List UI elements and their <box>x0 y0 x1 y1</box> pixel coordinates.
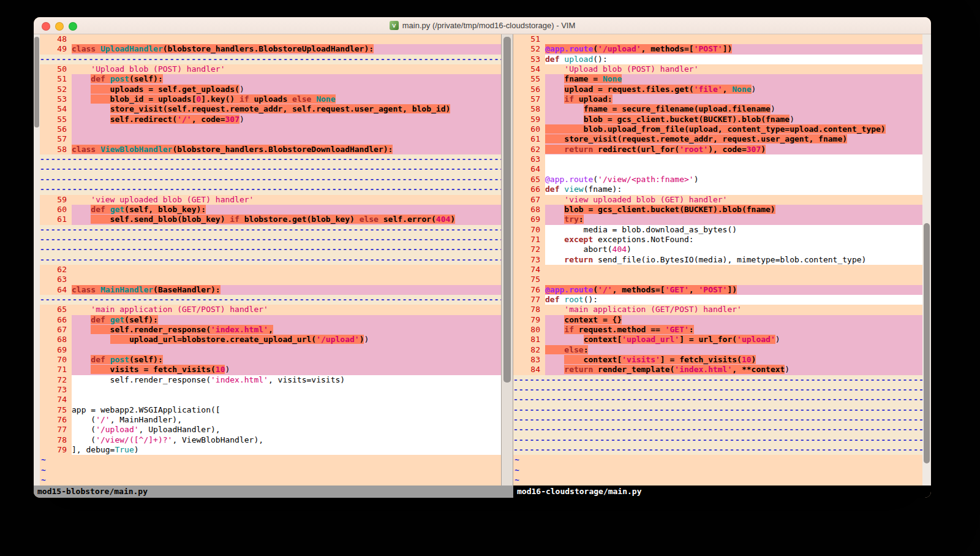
line-number: 75 <box>40 405 72 415</box>
code-line: 67 self.render_response('index.html', <box>40 325 501 335</box>
line-number: 62 <box>513 145 545 154</box>
diff-filler-line: ----------------------------------------… <box>40 255 501 265</box>
line-number: 74 <box>40 395 72 405</box>
code-line: 80 if request.method == 'GET': <box>513 325 922 335</box>
line-number: 71 <box>40 365 72 375</box>
diff-filler-line: ----------------------------------------… <box>40 225 501 235</box>
code-line: 53 blob_id = uploads[0].key() if uploads… <box>40 94 501 104</box>
diff-filler-line: ----------------------------------------… <box>40 175 501 185</box>
line-number: 56 <box>513 85 545 94</box>
code-line: 68 blob = gcs_client.bucket(BUCKET).blob… <box>513 205 922 215</box>
code-line: 62 <box>40 265 501 275</box>
code-line: 54 store_visit(self.request.remote_addr,… <box>40 104 501 114</box>
line-number: 59 <box>40 195 72 205</box>
line-number: 76 <box>513 285 545 295</box>
diff-filler-line: ----------------------------------------… <box>513 385 922 395</box>
statusline-inactive[interactable]: mod15-blobstore/main.py <box>34 486 513 498</box>
line-number: 64 <box>40 285 72 295</box>
line-number: 57 <box>40 134 72 144</box>
code-line: 76 ('/', MainHandler), <box>40 415 501 425</box>
line-number: 73 <box>40 385 72 395</box>
title-bar[interactable]: V main.py (/private/tmp/mod16-cloudstora… <box>34 17 931 34</box>
code-line: 78 ('/view/([^/]+)?', ViewBlobHandler), <box>40 435 501 445</box>
line-number: 68 <box>40 335 72 345</box>
code-line: 56 upload = request.files.get('file', No… <box>513 85 922 94</box>
line-number: 84 <box>513 365 545 375</box>
line-number: 77 <box>513 295 545 305</box>
code-line: 64class MainHandler(BaseHandler): <box>40 285 501 295</box>
line-number: 54 <box>40 104 72 114</box>
code-line: 52 uploads = self.get_uploads() <box>40 85 501 94</box>
line-number: 72 <box>40 375 72 385</box>
code-line: 66def view(fname): <box>513 185 922 194</box>
line-number: 55 <box>513 74 545 84</box>
line-number: 48 <box>40 34 72 44</box>
scrollbar-thumb[interactable] <box>924 223 930 463</box>
status-bars: mod15-blobstore/main.py mod16-cloudstora… <box>34 486 931 498</box>
line-number: 69 <box>40 345 72 355</box>
code-line: 73 return send_file(io.BytesIO(media), m… <box>513 255 922 265</box>
left-window-scrollbar[interactable] <box>34 34 40 486</box>
code-line: 58class ViewBlobHandler(blobstore_handle… <box>40 145 501 154</box>
right-window-scrollbar[interactable] <box>922 34 931 486</box>
statusline-active[interactable]: mod16-cloudstorage/main.py <box>513 486 931 498</box>
code-line: 75 <box>513 275 922 284</box>
diff-filler-line: ----------------------------------------… <box>40 55 501 64</box>
line-number: 54 <box>513 64 545 74</box>
line-number: 62 <box>40 265 72 275</box>
line-number: 57 <box>513 94 545 104</box>
code-line: 58 fname = secure_filename(upload.filena… <box>513 104 922 114</box>
code-line: 61 store_visit(request.remote_addr, requ… <box>513 134 922 144</box>
code-line: 72 abort(404) <box>513 245 922 254</box>
code-line: 77def root(): <box>513 295 922 305</box>
code-line: 74 <box>513 265 922 275</box>
code-line: 65 'main application (GET/POST) handler' <box>40 305 501 314</box>
code-line: 57 <box>40 134 501 144</box>
scrollbar-thumb[interactable] <box>503 37 511 383</box>
code-line: 71 except exceptions.NotFound: <box>513 235 922 245</box>
line-number: 77 <box>40 425 72 435</box>
code-line: 69 <box>40 345 501 355</box>
line-number: 82 <box>513 345 545 355</box>
code-line: 51 def post(self): <box>40 74 501 84</box>
code-line: 67 'view uploaded blob (GET) handler' <box>513 195 922 205</box>
line-number: 70 <box>513 225 545 235</box>
macvim-window: V main.py (/private/tmp/mod16-cloudstora… <box>34 17 931 498</box>
left-pane[interactable]: 4849class UploadHandler(blobstore_handle… <box>40 34 501 486</box>
code-line: 83 context['visits'] = fetch_visits(10) <box>513 355 922 365</box>
diff-filler-line: ----------------------------------------… <box>513 405 922 415</box>
right-pane[interactable]: 5152@app.route('/upload', methods=['POST… <box>513 34 922 486</box>
code-line: 76@app.route('/', methods=['GET', 'POST'… <box>513 285 922 295</box>
split-divider-scrollbar[interactable] <box>501 34 513 486</box>
code-line: 52@app.route('/upload', methods=['POST']… <box>513 44 922 54</box>
line-number: 49 <box>40 44 72 54</box>
line-number: 52 <box>513 44 545 54</box>
minimize-button[interactable] <box>55 22 64 31</box>
diff-filler-line: ----------------------------------------… <box>40 164 501 174</box>
end-of-buffer-line: ~ <box>513 475 922 485</box>
line-number: 73 <box>513 255 545 265</box>
code-line: 84 return render_template('index.html', … <box>513 365 922 375</box>
code-line: 55 self.redirect('/', code=307) <box>40 115 501 124</box>
line-number: 64 <box>513 164 545 174</box>
diff-filler-line: ----------------------------------------… <box>40 185 501 194</box>
code-line: 70 def post(self): <box>40 355 501 365</box>
code-line: 62 return redirect(url_for('root'), code… <box>513 145 922 154</box>
code-line: 49class UploadHandler(blobstore_handlers… <box>40 44 501 54</box>
vim-document-icon: V <box>390 21 399 30</box>
code-line: 63 <box>40 275 501 284</box>
code-line: 54 'Upload blob (POST) handler' <box>513 64 922 74</box>
diff-filler-line: ----------------------------------------… <box>513 435 922 445</box>
line-number: 83 <box>513 355 545 365</box>
zoom-button[interactable] <box>69 22 77 31</box>
end-of-buffer-line: ~ <box>40 475 501 485</box>
window-title: main.py (/private/tmp/mod16-cloudstorage… <box>402 21 576 30</box>
line-number: 60 <box>40 205 72 215</box>
code-line: 74 <box>40 395 501 405</box>
close-button[interactable] <box>42 22 50 31</box>
traffic-lights <box>42 22 77 31</box>
line-number: 67 <box>40 325 72 335</box>
scrollbar-thumb[interactable] <box>34 37 39 128</box>
code-line: 72 self.render_response('index.html', vi… <box>40 375 501 385</box>
code-line: 48 <box>40 34 501 44</box>
